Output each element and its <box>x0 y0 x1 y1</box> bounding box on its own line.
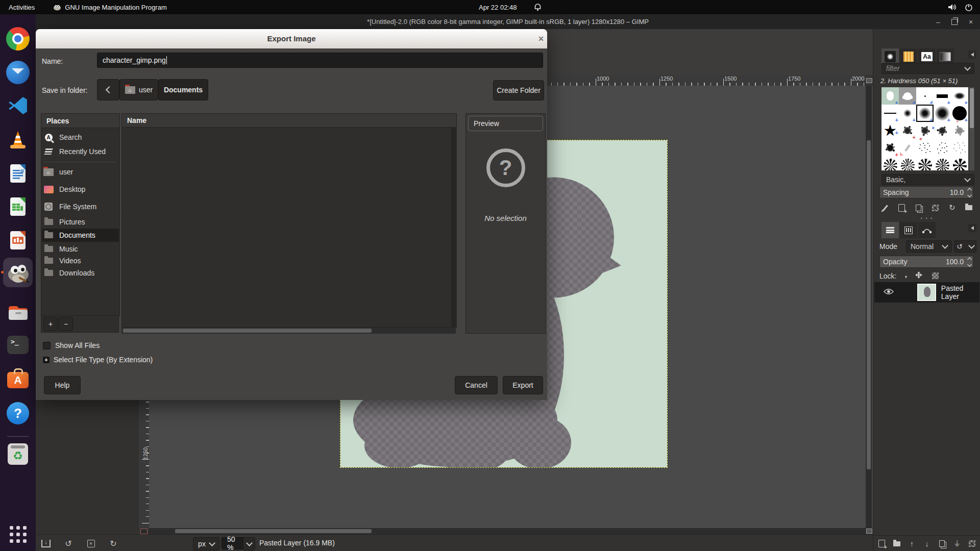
brush-thumb[interactable] <box>934 157 951 170</box>
mode-select[interactable]: Normal <box>906 240 952 253</box>
place-item-documents-selected[interactable]: Documents <box>42 229 119 242</box>
dock-drag-handle[interactable]: • • • <box>873 216 980 221</box>
brush-thumb[interactable] <box>951 157 968 170</box>
dock-item-calc[interactable] <box>6 194 30 219</box>
unit-select[interactable]: px <box>193 537 219 550</box>
brush-thumb[interactable] <box>934 87 951 105</box>
lower-layer-button[interactable]: ↓ <box>920 538 934 550</box>
cancel-button[interactable]: Cancel <box>455 376 498 394</box>
place-item-desktop[interactable]: Desktop <box>42 182 119 197</box>
mode-switch-button[interactable]: ↺ <box>954 240 976 253</box>
brush-thumb-selected[interactable] <box>916 105 934 122</box>
brush-thumb[interactable] <box>951 87 968 105</box>
power-icon[interactable] <box>965 0 973 14</box>
scrollbar-thumb[interactable] <box>867 140 871 469</box>
delete-brush-button[interactable]: × <box>928 202 942 214</box>
dock-item-gimp[interactable] <box>6 260 30 285</box>
brush-grid-scrollbar[interactable] <box>969 87 974 170</box>
app-grid-button[interactable] <box>6 522 30 546</box>
new-group-button[interactable] <box>890 538 903 550</box>
dock-item-help[interactable]: ? <box>6 401 30 425</box>
layer-row[interactable]: Pasted Layer <box>874 282 979 303</box>
remove-bookmark-button[interactable]: − <box>59 317 73 331</box>
brush-thumb[interactable] <box>881 87 899 105</box>
navigation-button[interactable] <box>866 528 873 534</box>
delete-tool-preset-button[interactable]: × <box>85 537 97 549</box>
dock-menu-button[interactable] <box>968 51 976 59</box>
place-item-pictures[interactable]: Pictures <box>42 215 119 229</box>
file-list-vertical-scrollbar[interactable] <box>451 128 456 327</box>
brush-thumb[interactable]: ★ <box>881 122 899 139</box>
show-all-files-row[interactable]: Show All Files <box>43 341 100 349</box>
clock[interactable]: Apr 22 02:48 <box>479 0 517 14</box>
scrollbar-thumb[interactable] <box>123 329 372 333</box>
volume-icon[interactable] <box>947 0 957 14</box>
opacity-spinner[interactable] <box>966 257 973 267</box>
breadcrumb-documents[interactable]: Documents <box>158 79 208 101</box>
dock-item-thunderbird[interactable] <box>6 60 30 85</box>
canvas-horizontal-scrollbar[interactable] <box>149 528 866 534</box>
brush-thumb[interactable] <box>881 105 899 122</box>
tab-paths[interactable] <box>918 222 936 238</box>
dock-item-impress[interactable] <box>6 228 30 253</box>
brush-group-select[interactable]: Basic, <box>881 174 974 185</box>
select-file-type-expander[interactable]: + Select File Type (By Extension) <box>43 356 153 364</box>
new-layer-button[interactable] <box>875 538 889 550</box>
place-item-file-system[interactable]: File System <box>42 199 119 214</box>
dock-item-ubuntu-software[interactable]: A <box>6 366 30 391</box>
edit-brush-button[interactable] <box>878 202 892 214</box>
dock-item-trash[interactable]: ♻ <box>6 442 30 466</box>
checkbox-unchecked[interactable] <box>43 342 51 349</box>
dock-item-vscode[interactable] <box>6 93 30 118</box>
focused-app-menu[interactable]: GNU Image Manipulation Program <box>53 0 166 14</box>
brush-thumb[interactable] <box>899 139 916 157</box>
spacing-spinner[interactable] <box>966 188 973 197</box>
file-list-header-name[interactable]: Name <box>122 114 456 128</box>
lock-position-button[interactable] <box>915 271 923 281</box>
anchor-layer-button[interactable]: ⏚ <box>950 538 964 550</box>
dock-item-files[interactable] <box>6 300 30 324</box>
canvas-vertical-scrollbar[interactable] <box>866 86 872 528</box>
open-brush-button[interactable] <box>962 202 975 214</box>
brush-thumb[interactable] <box>899 105 916 122</box>
zoom-image-button[interactable] <box>866 75 873 86</box>
dialog-close-button[interactable]: × <box>535 33 547 45</box>
place-item-search[interactable]: ASearch <box>42 131 119 144</box>
new-brush-button[interactable] <box>895 202 909 214</box>
layer-visibility-toggle[interactable] <box>884 288 894 296</box>
spacing-slider[interactable]: Spacing 10.0 <box>879 186 973 198</box>
scrollbar-thumb[interactable] <box>175 529 372 533</box>
layer-thumbnail[interactable] <box>917 284 936 301</box>
file-list-horizontal-scrollbar[interactable] <box>121 328 456 334</box>
place-item-recently-used[interactable]: Recently Used <box>42 145 119 158</box>
restore-tool-preset-button[interactable]: ↺ <box>62 537 75 549</box>
dock-item-chrome[interactable] <box>6 27 30 51</box>
dock-item-terminal[interactable]: >_ <box>6 333 30 357</box>
scrollbar-thumb[interactable] <box>970 88 974 128</box>
brush-thumb[interactable] <box>899 157 916 170</box>
notification-bell-icon[interactable] <box>534 0 542 14</box>
brush-thumb[interactable] <box>916 87 934 105</box>
raise-layer-button[interactable]: ↑ <box>905 538 919 550</box>
reset-tool-preset-button[interactable]: ↻ <box>107 537 119 549</box>
save-tool-preset-button[interactable]: ↓ <box>40 537 52 549</box>
quick-mask-toggle[interactable] <box>139 528 149 534</box>
delete-layer-button[interactable]: × <box>966 538 979 550</box>
close-button[interactable]: × <box>964 14 978 29</box>
breadcrumb-user[interactable]: ⌂ user <box>119 79 158 101</box>
maximize-button[interactable] <box>947 14 962 29</box>
create-folder-button[interactable]: Create Folder <box>493 80 544 101</box>
dialog-titlebar[interactable]: Export Image × <box>36 29 547 48</box>
export-button[interactable]: Export <box>503 376 543 394</box>
brush-thumb[interactable] <box>916 157 934 170</box>
brush-thumb[interactable] <box>881 139 899 157</box>
tab-layers[interactable] <box>881 222 899 238</box>
brush-thumb[interactable] <box>950 138 968 157</box>
brush-thumb[interactable] <box>899 122 916 139</box>
brush-thumb[interactable] <box>934 105 951 122</box>
window-titlebar[interactable]: *[Untitled]-2.0 (RGB color 8-bit gamma i… <box>36 14 980 29</box>
opacity-slider[interactable]: Opacity 100.0 <box>879 256 973 268</box>
place-item-user[interactable]: ⌂user <box>42 164 119 180</box>
brush-thumb[interactable] <box>881 157 899 170</box>
brush-thumb[interactable] <box>899 87 916 105</box>
